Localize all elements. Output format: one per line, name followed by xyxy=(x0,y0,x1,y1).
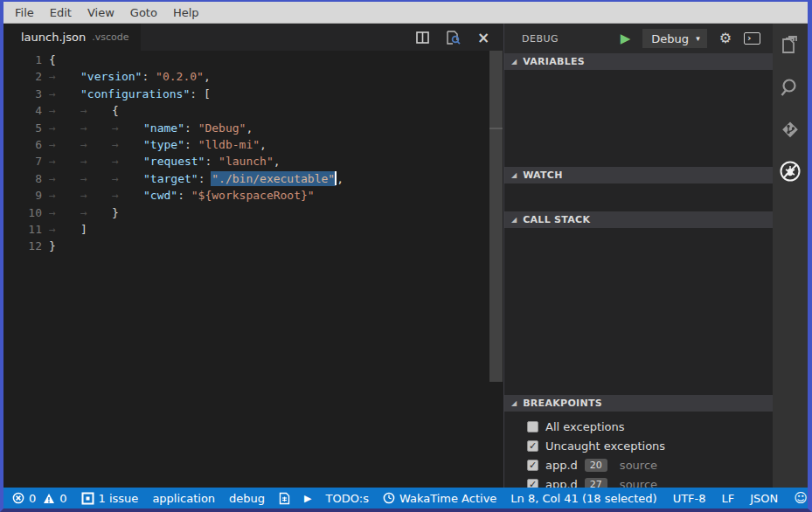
error-icon xyxy=(12,492,24,504)
editor-actions: × xyxy=(414,30,503,45)
checkbox-checked[interactable]: ✓ xyxy=(527,460,538,471)
line-number: 1 xyxy=(3,52,42,68)
code-line[interactable]: 5→→→"name": "Debug", xyxy=(3,120,503,136)
problems-indicator[interactable]: 0 0 xyxy=(12,492,67,505)
collapse-triangle-icon: ◢ xyxy=(511,59,517,66)
line-number: 2 xyxy=(3,68,42,85)
breakpoint-label: All exceptions xyxy=(545,420,625,433)
line-badge: 20 xyxy=(585,459,607,472)
line-number: 12 xyxy=(3,238,42,254)
eol-status[interactable]: LF xyxy=(722,492,735,505)
collapse-triangle-icon: ◢ xyxy=(511,217,517,224)
clock-icon xyxy=(383,492,395,504)
line-number: 10 xyxy=(3,204,42,221)
status-right: Ln 8, Col 41 (18 selected) UTF-8 LF JSON… xyxy=(510,490,808,506)
issue-icon xyxy=(81,492,94,505)
tab-title: launch.json xyxy=(21,31,86,44)
task-application[interactable]: application xyxy=(152,492,215,505)
breakpoint-detail: source xyxy=(620,459,657,472)
report-file-icon[interactable] xyxy=(279,492,290,505)
search-icon[interactable] xyxy=(779,76,802,99)
code-line[interactable]: 4→→{ xyxy=(3,102,503,119)
selected-text: "./bin/executable" xyxy=(212,172,335,185)
collapse-triangle-icon: ◢ xyxy=(511,172,517,179)
chevron-down-icon: ▾ xyxy=(696,34,700,43)
debug-console-icon[interactable]: › xyxy=(744,32,760,45)
code-line[interactable]: 12} xyxy=(3,238,503,254)
debug-config-dropdown[interactable]: Debug ▾ xyxy=(642,29,706,48)
callstack-body xyxy=(504,228,773,395)
task-debug[interactable]: debug xyxy=(229,492,265,505)
line-number: 9 xyxy=(3,187,42,204)
line-number: 4 xyxy=(3,102,42,119)
language-mode[interactable]: JSON xyxy=(750,492,778,505)
menu-item-help[interactable]: Help xyxy=(165,3,207,22)
error-count: 0 xyxy=(29,492,36,505)
checkbox-unchecked[interactable]: ✓ xyxy=(527,421,538,432)
code-line[interactable]: 3→"configurations": [ xyxy=(3,86,503,102)
tab-launch-json[interactable]: launch.json .vscode xyxy=(3,24,141,51)
run-task-icon[interactable]: ▶ xyxy=(304,493,311,504)
split-editor-icon[interactable] xyxy=(414,30,430,45)
menu-item-goto[interactable]: Goto xyxy=(122,3,165,22)
issues-status[interactable]: 1 issue xyxy=(81,492,139,505)
code-line[interactable]: 9→→→"cwd": "${workspaceRoot}" xyxy=(3,187,503,204)
cursor-position[interactable]: Ln 8, Col 41 (18 selected) xyxy=(510,492,656,505)
tab-detail: .vscode xyxy=(92,31,128,43)
git-icon[interactable] xyxy=(779,118,802,141)
code-line[interactable]: 2→"version": "0.2.0", xyxy=(3,68,503,85)
editor-scrollbar[interactable] xyxy=(489,51,503,382)
debug-toolbar: DEBUG ▶ Debug ▾ ⚙ › xyxy=(504,24,773,53)
debug-no-bug-icon[interactable] xyxy=(779,160,802,183)
section-watch[interactable]: ◢ WATCH xyxy=(504,167,773,183)
warning-count: 0 xyxy=(59,492,66,505)
section-variables[interactable]: ◢ VARIABLES xyxy=(504,53,773,70)
open-preview-icon[interactable] xyxy=(445,30,461,45)
main-area: launch.json .vscode × 1{2→"version": "0.… xyxy=(3,24,808,488)
line-number: 6 xyxy=(3,136,42,153)
breakpoint-row[interactable]: ✓app.d20source xyxy=(504,455,773,474)
wakatime-status[interactable]: WakaTime Active xyxy=(383,492,496,505)
menu-item-file[interactable]: File xyxy=(7,3,42,22)
breakpoint-row[interactable]: ✓All exceptions xyxy=(504,417,773,436)
variables-body xyxy=(504,70,773,167)
code-line[interactable]: 7→→→"request": "launch", xyxy=(3,153,503,170)
todo-status[interactable]: TODO:s xyxy=(326,492,369,505)
line-number: 7 xyxy=(3,153,42,170)
menu-bar: FileEditViewGotoHelp xyxy=(3,2,808,24)
code-line[interactable]: 1{ xyxy=(3,52,503,68)
debug-config-value: Debug xyxy=(651,32,689,45)
feedback-smiley-icon[interactable]: ☺ xyxy=(794,490,808,506)
debug-sidebar: DEBUG ▶ Debug ▾ ⚙ › ◢ VARIABLES ◢ WATCH xyxy=(503,24,773,488)
vscode-window: FileEditViewGotoHelp launch.json .vscode… xyxy=(0,0,812,512)
encoding-status[interactable]: UTF-8 xyxy=(673,492,706,505)
code-line[interactable]: 8→→→"target": "./bin/executable", xyxy=(3,170,503,187)
line-number: 5 xyxy=(3,120,42,136)
close-icon[interactable]: × xyxy=(475,30,491,45)
start-debug-icon[interactable]: ▶ xyxy=(621,32,631,45)
status-bar: 0 0 1 issue application debug ▶ TODO:s xyxy=(3,488,808,509)
code-line[interactable]: 11→] xyxy=(3,221,503,238)
explorer-files-icon[interactable] xyxy=(779,34,802,57)
breakpoint-row[interactable]: ✓Uncaught exceptions xyxy=(504,436,773,455)
sidebar-title: DEBUG xyxy=(522,33,608,45)
collapse-triangle-icon: ◢ xyxy=(511,400,517,407)
watch-body xyxy=(504,183,773,211)
section-callstack[interactable]: ◢ CALL STACK xyxy=(504,211,773,228)
breakpoint-label: Uncaught exceptions xyxy=(545,439,665,453)
menu-item-edit[interactable]: Edit xyxy=(42,3,80,22)
code-line[interactable]: 6→→→"type": "lldb-mi", xyxy=(3,136,503,153)
line-number: 3 xyxy=(3,86,42,102)
checkbox-checked[interactable]: ✓ xyxy=(527,440,538,452)
activity-bar xyxy=(773,24,808,488)
code-editor[interactable]: 1{2→"version": "0.2.0",3→"configurations… xyxy=(3,51,503,488)
gear-icon[interactable]: ⚙ xyxy=(719,31,732,45)
code-lines: 1{2→"version": "0.2.0",3→"configurations… xyxy=(3,52,503,255)
breakpoint-label: app.d xyxy=(545,459,578,472)
warning-icon xyxy=(43,493,55,504)
line-number: 11 xyxy=(3,221,42,238)
menu-item-view[interactable]: View xyxy=(80,3,122,22)
code-line[interactable]: 10→→} xyxy=(3,204,503,221)
editor-group: launch.json .vscode × 1{2→"version": "0.… xyxy=(3,24,503,488)
section-breakpoints[interactable]: ◢ BREAKPOINTS xyxy=(504,395,773,412)
